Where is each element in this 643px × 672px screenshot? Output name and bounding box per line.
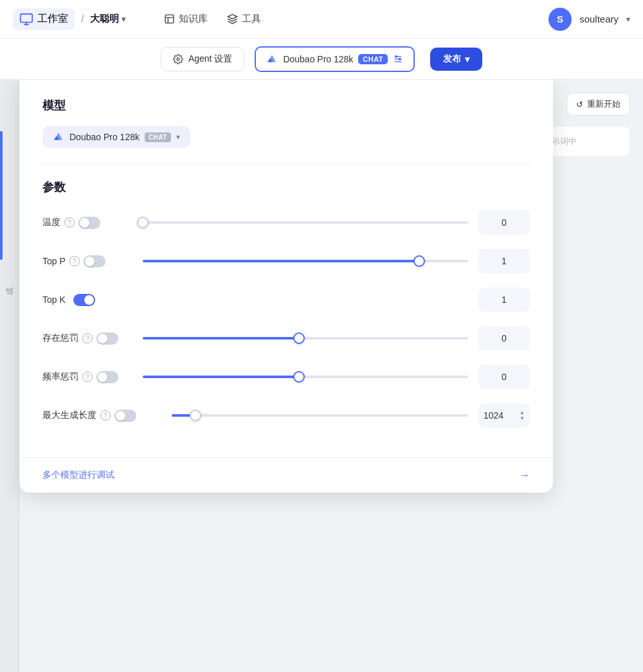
sub-nav: Agent 设置 Doubao Pro 128k CHAT 发布 ▾: [0, 39, 643, 80]
left-sidebar: 成: [0, 80, 19, 672]
svg-point-8: [399, 58, 401, 60]
left-accent-bar: [0, 131, 3, 260]
workspace-button[interactable]: 工作室: [13, 8, 75, 30]
frequency-penalty-toggle-knob: [98, 372, 107, 382]
param-row-presence-penalty: 存在惩罚 ? 0: [42, 326, 530, 350]
param-label-top-k: Top K: [42, 294, 171, 306]
temperature-help-icon[interactable]: ?: [64, 217, 75, 228]
top-p-toggle[interactable]: [84, 255, 105, 268]
top-p-thumb[interactable]: [413, 255, 425, 267]
nav-tools[interactable]: 工具: [227, 13, 261, 25]
workspace-label: 工作室: [37, 12, 68, 26]
presence-penalty-label: 存在惩罚: [42, 332, 78, 344]
agent-settings-label: Agent 设置: [188, 53, 232, 65]
temperature-track: [143, 221, 468, 224]
max-tokens-down-arrow[interactable]: ▼: [520, 416, 525, 421]
restart-button[interactable]: ↺ 重新开始: [566, 93, 630, 116]
max-tokens-toggle[interactable]: [114, 410, 136, 422]
filter-icon: [393, 54, 403, 64]
project-chevron: ▾: [122, 15, 125, 24]
max-tokens-help-icon[interactable]: ?: [100, 410, 111, 421]
nav-center: 知识库 工具: [164, 13, 261, 25]
model-selector-btn[interactable]: Doubao Pro 128k CHAT ▾: [42, 126, 190, 148]
presence-penalty-track: [143, 337, 468, 340]
max-tokens-toggle-knob: [116, 411, 125, 421]
top-p-help-icon[interactable]: ?: [69, 256, 80, 266]
frequency-penalty-toggle[interactable]: [96, 371, 118, 383]
temperature-value[interactable]: 0: [478, 210, 530, 235]
params-title: 参数: [42, 179, 530, 195]
frequency-penalty-help-icon[interactable]: ?: [82, 372, 93, 382]
top-p-value[interactable]: 1: [478, 249, 530, 273]
dropdown-panel: 模型 Doubao Pro 128k CHAT ▾ 参数: [19, 80, 553, 493]
frequency-penalty-fill: [143, 376, 299, 378]
param-row-temperature: 温度 ? 0: [42, 210, 530, 235]
temperature-toggle[interactable]: [78, 217, 100, 229]
nav-divider: /: [81, 14, 84, 25]
max-tokens-spin-arrows[interactable]: ▲ ▼: [520, 410, 525, 421]
top-k-value[interactable]: 1: [478, 287, 530, 312]
top-p-slider[interactable]: [143, 255, 468, 268]
model-btn-label: Doubao Pro 128k: [69, 132, 140, 142]
presence-penalty-thumb[interactable]: [293, 332, 305, 344]
gear-icon: [173, 54, 183, 64]
model-icon: [53, 131, 64, 143]
top-k-slider-empty: [181, 293, 468, 306]
presence-penalty-help-icon[interactable]: ?: [82, 333, 93, 343]
max-tokens-slider[interactable]: [172, 409, 468, 422]
svg-point-2: [177, 58, 179, 60]
frequency-penalty-label: 频率惩罚: [42, 371, 78, 383]
user-chevron-icon[interactable]: ▾: [626, 15, 630, 24]
tools-icon: [227, 14, 238, 24]
model-mountain-icon: [266, 53, 278, 65]
publish-button[interactable]: 发布 ▾: [430, 48, 482, 71]
agent-settings-button[interactable]: Agent 设置: [161, 47, 244, 71]
param-row-top-p: Top P ? 1: [42, 249, 530, 273]
svg-point-7: [395, 55, 397, 57]
model-chat-badge: CHAT: [145, 132, 171, 142]
frequency-penalty-thumb[interactable]: [293, 371, 305, 383]
user-avatar[interactable]: S: [548, 8, 572, 31]
param-label-presence-penalty: 存在惩罚 ?: [42, 332, 132, 345]
svg-rect-0: [21, 14, 32, 22]
presence-penalty-slider[interactable]: [143, 332, 468, 345]
params-section: 参数 温度 ? 0: [19, 164, 553, 457]
chat-badge: CHAT: [358, 54, 388, 64]
top-p-toggle-knob: [85, 257, 95, 266]
top-k-toggle-knob: [84, 295, 94, 305]
user-name: soulteary: [579, 14, 619, 24]
model-selector: Doubao Pro 128k CHAT ▾: [42, 126, 530, 148]
nav-knowledge[interactable]: 知识库: [164, 13, 208, 25]
presence-penalty-toggle[interactable]: [96, 332, 118, 345]
model-label: Doubao Pro 128k: [283, 54, 353, 64]
top-p-label: Top P: [42, 256, 66, 266]
max-tokens-thumb[interactable]: [190, 410, 201, 421]
max-tokens-number: 1024: [484, 410, 503, 421]
top-k-toggle[interactable]: [73, 294, 95, 306]
multi-model-link[interactable]: 多个模型进行调试: [42, 469, 114, 481]
frequency-penalty-value[interactable]: 0: [478, 365, 530, 389]
max-tokens-label: 最大生成长度: [42, 410, 96, 421]
max-tokens-up-arrow[interactable]: ▲: [520, 410, 525, 415]
param-label-max-tokens: 最大生成长度 ?: [42, 410, 161, 422]
max-tokens-track: [172, 414, 468, 417]
frequency-penalty-track: [143, 376, 468, 378]
temperature-thumb[interactable]: [137, 217, 149, 228]
param-label-top-p: Top P ?: [42, 255, 132, 268]
restart-label: 重新开始: [587, 98, 620, 110]
model-section: 模型 Doubao Pro 128k CHAT ▾: [19, 80, 553, 163]
project-name[interactable]: 大聪明 ▾: [90, 13, 125, 25]
model-dropdown-icon: ▾: [176, 132, 180, 141]
temperature-toggle-knob: [80, 218, 89, 228]
left-sidebar-text: 成: [4, 287, 15, 295]
presence-penalty-value[interactable]: 0: [478, 326, 530, 350]
footer-arrow-icon[interactable]: →: [520, 469, 530, 481]
project-label: 大聪明: [90, 13, 119, 25]
max-tokens-value[interactable]: 1024 ▲ ▼: [478, 403, 530, 428]
frequency-penalty-slider[interactable]: [143, 370, 468, 383]
model-selector-button[interactable]: Doubao Pro 128k CHAT: [255, 46, 415, 72]
knowledge-label: 知识库: [179, 13, 208, 25]
knowledge-icon: [164, 14, 175, 24]
workspace-icon: [19, 12, 33, 26]
temperature-slider[interactable]: [143, 216, 468, 229]
